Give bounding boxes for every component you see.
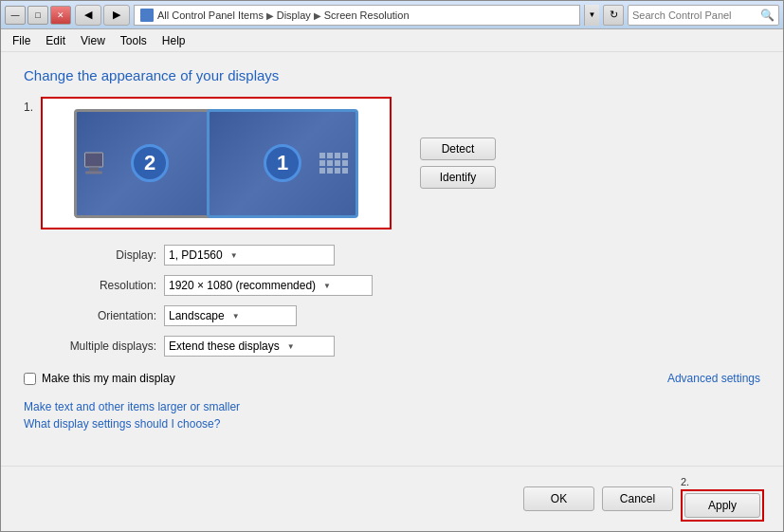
back-button[interactable]: ◀ [75, 5, 101, 26]
resolution-select[interactable]: 1920 × 1080 (recommended) ▼ [164, 275, 373, 296]
checkbox-advanced-row: Make this my main display Advanced setti… [24, 364, 760, 393]
footer: OK Cancel 2. Apply [1, 466, 783, 531]
apply-section: 2. Apply [681, 476, 764, 522]
menu-view[interactable]: View [73, 31, 113, 50]
breadcrumb-dropdown-button[interactable]: ▼ [584, 5, 599, 26]
resolution-label: Resolution: [24, 279, 156, 292]
side-buttons: Detect Identify [420, 138, 496, 189]
window: — □ ✕ ◀ ▶ All Control Panel Items ▶ Disp… [0, 0, 784, 532]
menu-edit[interactable]: Edit [38, 31, 73, 50]
breadcrumb-text: All Control Panel Items ▶ Display ▶ Scre… [157, 9, 410, 21]
maximize-button[interactable]: □ [27, 6, 48, 25]
display-label: Display: [24, 248, 156, 262]
ok-button[interactable]: OK [523, 486, 594, 511]
identify-button[interactable]: Identify [420, 166, 496, 189]
monitor-1-display[interactable]: 1 [207, 109, 358, 218]
control-panel-icon [140, 9, 154, 22]
close-button[interactable]: ✕ [50, 6, 71, 25]
main-display-label: Make this my main display [42, 372, 175, 385]
monitors-box[interactable]: 2 1 [41, 97, 392, 229]
text-size-link[interactable]: Make text and other items larger or smal… [24, 400, 760, 413]
display-settings-link[interactable]: What display settings should I choose? [24, 417, 760, 431]
title-bar: — □ ✕ ◀ ▶ All Control Panel Items ▶ Disp… [1, 1, 783, 29]
apply-button[interactable]: Apply [684, 493, 760, 518]
display-area: 1. 2 1 [24, 97, 760, 229]
step1-label: 1. [24, 101, 33, 114]
menu-tools[interactable]: Tools [113, 31, 155, 50]
multiple-displays-label: Multiple displays: [24, 339, 156, 353]
orientation-select[interactable]: Landscape ▼ [164, 305, 297, 326]
orientation-label: Orientation: [24, 309, 156, 322]
search-icon: 🔍 [760, 9, 775, 22]
step2-label: 2. [681, 476, 689, 487]
search-input[interactable] [632, 9, 757, 21]
address-bar: ◀ ▶ All Control Panel Items ▶ Display ▶ … [75, 5, 779, 26]
multiple-displays-select[interactable]: Extend these displays ▼ [164, 336, 335, 357]
forward-button[interactable]: ▶ [103, 5, 130, 26]
links-section: Make text and other items larger or smal… [24, 400, 760, 431]
menu-help[interactable]: Help [155, 31, 193, 50]
monitor-section: 1. 2 1 [24, 97, 392, 229]
cancel-button[interactable]: Cancel [602, 486, 673, 511]
monitor-2-number: 2 [131, 144, 169, 182]
main-display-row: Make this my main display [24, 372, 175, 385]
minimize-button[interactable]: — [5, 6, 26, 25]
display-select[interactable]: 1, PD1560 ▼ [164, 245, 335, 266]
menu-bar: File Edit View Tools Help [1, 29, 783, 52]
breadcrumb-bar: All Control Panel Items ▶ Display ▶ Scre… [134, 5, 580, 26]
detect-button[interactable]: Detect [420, 138, 496, 160]
menu-file[interactable]: File [5, 31, 38, 50]
title-bar-controls: — □ ✕ [5, 6, 71, 25]
refresh-button[interactable]: ↻ [603, 5, 624, 26]
form-grid: Display: 1, PD1560 ▼ Resolution: 1920 × … [24, 245, 760, 357]
monitor-2-display[interactable]: 2 [74, 109, 226, 218]
nav-buttons: ◀ ▶ [75, 5, 130, 26]
page-title: Change the appearance of your displays [24, 67, 760, 83]
advanced-settings-link[interactable]: Advanced settings [667, 372, 760, 385]
main-display-checkbox[interactable] [24, 373, 36, 385]
search-bar[interactable]: 🔍 [628, 5, 779, 26]
apply-btn-wrapper: Apply [681, 489, 764, 522]
content: Change the appearance of your displays 1… [1, 52, 783, 466]
monitor-1-number: 1 [264, 144, 301, 182]
